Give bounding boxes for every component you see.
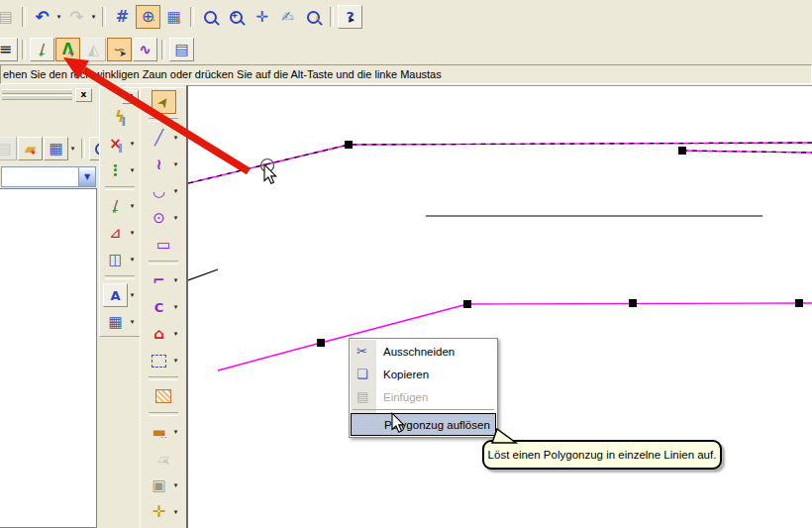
add-segment-icon-overlay: + [111,206,119,215]
polygon-tool-button[interactable]: ⌂ [147,322,171,346]
arc3-tool-button[interactable]: C [147,295,171,319]
move-tool-button[interactable]: ✛ [147,500,171,524]
hatch-tool-button[interactable] [152,384,176,408]
toolbar-separator [190,7,194,27]
arc-tool-button-dropdown[interactable]: ▾ [171,187,180,195]
freehand-curve-button[interactable]: ∿ [133,38,157,61]
polygon-tool-button-dropdown[interactable]: ▾ [171,330,180,338]
edit-points-button[interactable]: ▦✎ [161,5,186,29]
table-grid-icon: ▦ [108,315,122,330]
vertex-handle[interactable] [463,300,471,308]
layer-combobox[interactable]: ▼ [1,166,96,187]
table-button[interactable]: ▦ [103,310,128,334]
menu-item-paste-label: Einfügen [383,391,428,403]
line-tool-button[interactable]: ╱ [147,126,171,150]
zoom-window-button[interactable] [198,5,223,29]
vertex-handle[interactable] [678,147,686,155]
polyline-av-icon-overlay: ∿ [67,50,75,58]
dimension-tool-button[interactable]: ▬∴ [147,420,171,444]
fence-lightning-button[interactable]: ϟ‖ [108,105,133,129]
new-folder-button[interactable]: ▰✶ [18,137,43,160]
toolbar-separator [149,261,178,264]
zoom-fit-button[interactable]: ✛ [250,5,274,29]
select-curve-button[interactable]: ∽➤ [107,38,132,61]
combobox-value[interactable] [2,167,78,186]
arc-tool-button[interactable]: ◡ [147,179,171,203]
fillet-tool-button-dropdown[interactable]: ▾ [171,276,180,284]
circle-tool-button-dropdown[interactable]: ▾ [171,214,180,222]
add-segment-button[interactable]: ∕+ [103,194,128,218]
text-button-dropdown[interactable]: ▾ [128,291,137,299]
menu-list-button[interactable]: ≡ [0,38,18,61]
toolbar-separator [22,7,26,27]
fence-delete-button-dropdown[interactable]: ▾ [128,140,137,148]
undo-button[interactable]: ↶ [30,5,54,29]
tool-column-left-close-button[interactable]: x [122,90,139,104]
properties-panel-button[interactable]: ▤ [169,38,194,61]
dimension-boxes-button[interactable]: ◫ [103,248,128,271]
menu-item-cut[interactable]: ✂Ausschneiden [351,340,496,363]
pan-button[interactable]: ✍ [275,5,300,29]
panel-list[interactable] [0,188,97,528]
panel-close-button[interactable]: x [75,88,92,102]
vertex-handle[interactable] [345,141,353,149]
status-bar: ehen Sie den rechtwinkligen Zaun oder dr… [0,64,812,84]
edit-toolbar: ≡∕+Λ∿◭∽➤∿▤ [0,36,194,63]
vertex-handle[interactable] [317,339,325,347]
menu-lines-icon: ≡ [0,42,12,57]
status-text: ehen Sie den rechtwinkligen Zaun oder dr… [3,68,442,80]
spline-tool-button[interactable]: ≀ [147,153,171,176]
vertex-handle[interactable] [795,299,803,307]
move-tool-button-dropdown[interactable]: ▾ [171,508,180,516]
context-help-button[interactable]: ?➤ [338,5,362,29]
edit-polyline-button[interactable]: Λ∿ [55,38,80,61]
zoom-in-button[interactable] [224,5,249,29]
snap-origin-button[interactable]: ⊕· [136,5,160,29]
menu-item-copy[interactable]: ❏Kopieren [351,363,496,385]
text-button[interactable]: A [103,283,128,307]
menu-item-explode-polyline[interactable]: Polygonzug auflösen [351,413,496,436]
add-segment-button-dropdown[interactable]: ▾ [128,202,137,210]
clipboard-button[interactable]: ▤ [0,5,18,29]
fillet-tool-button[interactable]: ⌐ [147,268,171,292]
divide-lines-button[interactable]: ⋮ [103,158,128,182]
cube-tool-button[interactable]: ▣ [147,474,171,497]
selected-polyline[interactable] [188,143,812,183]
select-tool-button[interactable]: ➤ [152,90,176,114]
panel-gripper[interactable] [2,89,72,100]
dimension-boxes-button-dropdown[interactable]: ▾ [128,256,137,264]
spline-tool-button-dropdown[interactable]: ▾ [171,160,180,168]
grid-button[interactable]: # [110,5,135,29]
zoom-flash-button[interactable]: ϟ [301,5,326,29]
view-table-button-dropdown[interactable]: ▾ [68,145,77,153]
toolbar-separator [161,40,165,59]
fence-delete-button[interactable]: ×‖ [103,132,128,156]
rect-tool-button[interactable]: ▭ [152,233,176,257]
folder-new-icon-overlay: ✶ [30,149,38,158]
magenta-polyline[interactable] [218,303,812,370]
table-button-dropdown[interactable]: ▾ [128,318,137,326]
arc3-tool-button-dropdown[interactable]: ▾ [171,303,180,311]
perpendicular-button[interactable]: ⊿ [103,221,128,245]
insert-line-points-button[interactable]: ∕+ [30,38,54,61]
redo-button-dropdown[interactable]: ▾ [89,13,98,21]
vertex-handle[interactable] [629,299,637,307]
cube-tool-button-dropdown[interactable]: ▾ [171,481,180,489]
circle-tool-button[interactable]: ⊙ [147,206,171,230]
undo-button-dropdown[interactable]: ▾ [54,13,63,21]
dashed-rect-icon [152,355,166,368]
chevron-down-icon[interactable]: ▼ [78,167,95,186]
line-tool-button-dropdown[interactable]: ▾ [171,134,180,142]
view-table-button[interactable]: ▦ [44,137,68,160]
edit-surface-button: ◭ [81,38,106,61]
point-select-button-dropdown[interactable]: ▾ [171,357,180,365]
divide-lines-button-dropdown[interactable]: ▾ [128,166,137,174]
perpendicular-button-dropdown[interactable]: ▾ [128,229,137,237]
dimension-tool-button-dropdown[interactable]: ▾ [171,428,180,436]
table-icon: ▦ [49,142,62,157]
black-line[interactable] [188,269,218,280]
point-select-button[interactable] [147,349,171,372]
toolbar-separator [149,118,178,122]
tool-column-left-header: x [101,90,139,102]
sheet-edit-button: ▱✎ [152,447,176,471]
